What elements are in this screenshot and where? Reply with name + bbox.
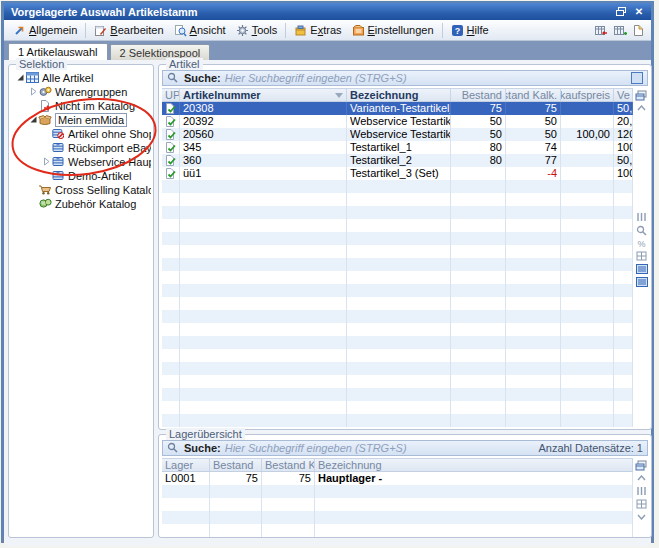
cell xyxy=(506,180,561,193)
cell: 100 xyxy=(614,167,633,180)
column-header-einkaufspreis[interactable]: Einkaufspreis xyxy=(561,89,614,101)
table-row[interactable]: üü1Testartikel_3 (Set)-4100 xyxy=(162,167,633,180)
new-document-button[interactable] xyxy=(629,22,647,39)
table-row[interactable] xyxy=(162,349,633,362)
table-row[interactable] xyxy=(162,498,633,511)
column-header-bestand-kalk-[interactable]: Bestand Kalk. xyxy=(506,89,561,101)
menu-item-ansicht[interactable]: Ansicht xyxy=(169,22,231,39)
tree-item-label: Artikel ohne Shop-Kategorie xyxy=(68,128,151,140)
column-header-bestand-kalk-[interactable]: Bestand Kalk. xyxy=(262,459,315,471)
table-row[interactable] xyxy=(162,511,633,524)
table-row[interactable] xyxy=(162,414,633,427)
table-row[interactable]: 20560Webservice Testartikel 25050100,001… xyxy=(162,128,633,141)
table-row[interactable] xyxy=(162,271,633,284)
table-row[interactable] xyxy=(162,388,633,401)
cell xyxy=(347,245,451,258)
artikel-caption: Artikel xyxy=(166,58,203,70)
menu-item-extras[interactable]: Extras xyxy=(289,22,346,39)
row-bars-button[interactable] xyxy=(635,485,648,497)
table-row[interactable] xyxy=(162,401,633,414)
tree-item-rückimport-ebay[interactable]: Rückimport eBay xyxy=(11,141,151,154)
magnifier-button[interactable] xyxy=(635,224,648,236)
artikel-search-input[interactable]: Suche: Hier Suchbegriff eingeben (STRG+S… xyxy=(162,70,648,86)
tree-item-nicht-im-katalog[interactable]: Nicht im Katalog xyxy=(11,99,151,112)
grid-export-button[interactable] xyxy=(591,22,609,39)
menu-item-einstellungen[interactable]: Einstellungen xyxy=(347,22,439,39)
menu-item-bearbeiten[interactable]: Bearbeiten xyxy=(89,22,168,39)
tree-spacer xyxy=(41,171,51,181)
column-header-bestand[interactable]: Bestand xyxy=(451,89,506,101)
table-row[interactable] xyxy=(162,258,633,271)
grid-small-button[interactable] xyxy=(635,498,648,510)
cell: Testartikel_2 xyxy=(347,154,451,167)
scroll-up-button[interactable] xyxy=(635,472,648,484)
table-row[interactable] xyxy=(162,485,633,498)
table-row[interactable] xyxy=(162,206,633,219)
column-header-up[interactable]: UP xyxy=(162,89,180,101)
collapsed-triangle-icon[interactable] xyxy=(41,157,51,167)
table-row[interactable] xyxy=(162,336,633,349)
close-icon[interactable]: ✕ xyxy=(631,5,647,18)
svg-text:?: ? xyxy=(454,25,460,35)
tree-item-cross-selling-katalog[interactable]: Cross Selling Katalog xyxy=(11,183,151,196)
table-row[interactable] xyxy=(162,310,633,323)
menu-item-tools[interactable]: Tools xyxy=(231,22,283,39)
list-blue-button[interactable] xyxy=(635,263,648,275)
column-chooser-button[interactable] xyxy=(635,459,648,471)
table-row[interactable] xyxy=(162,232,633,245)
table-row[interactable]: 360Testartikel_2807750, xyxy=(162,154,633,167)
column-header-artikelnummer[interactable]: Artikelnummer xyxy=(180,89,347,101)
tree-item-demo-artikel[interactable]: Demo-Artikel xyxy=(11,169,151,182)
table-row[interactable] xyxy=(162,524,633,537)
table-row[interactable]: L00017575Hauptlager - xyxy=(162,472,633,485)
tree-item-artikel-ohne-shop-kategorie[interactable]: Artikel ohne Shop-Kategorie xyxy=(11,127,151,140)
table-row[interactable] xyxy=(162,180,633,193)
tree-item-webservice-hauptkategorie[interactable]: Webservice Hauptkategorie xyxy=(11,155,151,168)
column-header-lager[interactable]: Lager xyxy=(162,459,210,471)
grid-add-button[interactable] xyxy=(610,22,628,39)
collapsed-triangle-icon[interactable] xyxy=(28,87,38,97)
table-row[interactable]: 20308Varianten-Testartikel_4757550, xyxy=(162,102,633,115)
menu-item-hilfe[interactable]: ?Hilfe xyxy=(446,22,494,39)
table-row[interactable] xyxy=(162,375,633,388)
cell xyxy=(614,310,633,323)
menu-item-allgemein[interactable]: Allgemein xyxy=(8,22,82,39)
column-header-bezeichnung[interactable]: Bezeichnung xyxy=(315,459,633,471)
tree-item-mein-emmida[interactable]: Mein emMida xyxy=(11,113,151,126)
tree-item-zubehör-katalog[interactable]: %Zubehör Katalog xyxy=(11,197,151,210)
table-row[interactable]: 345Testartikel_18074100 xyxy=(162,141,633,154)
cell xyxy=(180,206,347,219)
column-header-ve[interactable]: Ve xyxy=(614,89,633,101)
tree-item-alle-artikel[interactable]: Alle Artikel xyxy=(11,71,151,84)
table-row[interactable] xyxy=(162,219,633,232)
cell xyxy=(347,206,451,219)
lager-search-input[interactable]: Suche: Hier Suchbegriff eingeben (STRG+S… xyxy=(162,440,648,456)
table-row[interactable] xyxy=(162,284,633,297)
table-row[interactable] xyxy=(162,297,633,310)
expanded-triangle-icon[interactable] xyxy=(15,73,25,83)
column-chooser-button[interactable] xyxy=(635,89,648,101)
column-header-bezeichnung[interactable]: Bezeichnung xyxy=(347,89,451,101)
table-row[interactable] xyxy=(162,362,633,375)
category-icon xyxy=(51,156,65,168)
grid-small-button[interactable] xyxy=(635,250,648,262)
lager-table-header: LagerBestandBestand Kalk.Bezeichnung xyxy=(162,458,633,472)
column-header-bestand[interactable]: Bestand xyxy=(210,459,262,471)
table-row[interactable] xyxy=(162,245,633,258)
tree-item-warengruppen[interactable]: Warengruppen xyxy=(11,85,151,98)
expanded-triangle-icon[interactable] xyxy=(28,115,38,125)
title-bar[interactable]: Vorgelagerte Auswahl Artikelstamm ✕ xyxy=(4,3,651,20)
cell xyxy=(614,375,633,388)
search-options-button[interactable] xyxy=(631,72,643,84)
restore-icon[interactable] xyxy=(613,5,629,18)
scroll-up-button[interactable] xyxy=(635,102,648,114)
cell xyxy=(162,336,180,349)
scroll-down-button[interactable] xyxy=(635,511,648,523)
table-row[interactable] xyxy=(162,193,633,206)
list-blue-button[interactable] xyxy=(635,276,648,288)
cell xyxy=(451,219,506,232)
percent-button[interactable]: % xyxy=(635,237,648,249)
table-row[interactable] xyxy=(162,323,633,336)
table-row[interactable]: 20392Webservice Testartikel 1505020, xyxy=(162,115,633,128)
row-bars-button[interactable] xyxy=(635,211,648,223)
